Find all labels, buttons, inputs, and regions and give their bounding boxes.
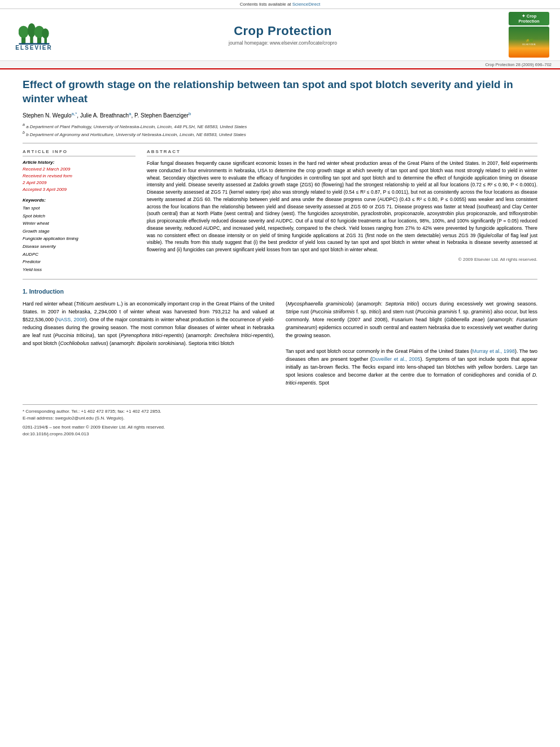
intro-col-left: Hard red winter wheat (Triticum aestivum… xyxy=(23,300,274,387)
page-footer: * Corresponding author. Tel.: +1 402 472… xyxy=(23,404,537,438)
journal-header: Contents lists available at ScienceDirec… xyxy=(0,0,560,69)
keywords-label: Keywords: xyxy=(23,198,135,203)
doi-bar: Crop Protection 28 (2009) 696–702 xyxy=(0,60,560,68)
journal-homepage: journal homepage: www.elsevier.com/locat… xyxy=(59,40,506,46)
elsevier-logo: ELSEVIER xyxy=(8,19,59,51)
info-abstract-columns: ARTICLE INFO Article history: Received 2… xyxy=(23,149,537,273)
body-divider xyxy=(23,279,537,279)
copyright: © 2009 Elsevier Ltd. All rights reserved… xyxy=(147,257,537,262)
intro-text-right: (Mycosphaerella graminicola) (anamorph: … xyxy=(286,300,537,387)
svg-point-7 xyxy=(42,28,49,38)
nass-link[interactable]: NASS, 2008 xyxy=(57,317,85,322)
keywords-list: Tan spot Spot blotch Winter wheat Growth… xyxy=(23,204,135,273)
article-info-header: ARTICLE INFO xyxy=(23,149,135,156)
abstract-col: ABSTRACT Foliar fungal diseases frequent… xyxy=(147,149,537,273)
abstract-header: ABSTRACT xyxy=(147,149,537,156)
crop-protection-label: ✦ CropProtection xyxy=(509,12,549,25)
section-number: 1. xyxy=(23,288,28,295)
elsevier-wordmark: ELSEVIER xyxy=(15,45,52,51)
footnote-email: E-mail address: swegulo2@unl.edu (S.N. W… xyxy=(23,415,537,422)
intro-title: 1. Introduction xyxy=(23,288,537,295)
affiliation-b: b b Department of Agronomy and Horticult… xyxy=(23,130,537,137)
journal-title-block: Crop Protection journal homepage: www.el… xyxy=(59,24,506,46)
sciencedirect-link[interactable]: ScienceDirect xyxy=(292,2,320,7)
intro-columns: Hard red winter wheat (Triticum aestivum… xyxy=(23,300,537,387)
svg-point-1 xyxy=(19,25,29,38)
introduction-section: 1. Introduction Hard red winter wheat (T… xyxy=(23,288,537,387)
murray-link[interactable]: Murray et al., 1998 xyxy=(473,348,515,354)
article-content: Effect of growth stage on the relationsh… xyxy=(0,69,560,396)
history-label: Article history: xyxy=(23,160,135,165)
journal-title: Crop Protection xyxy=(59,24,506,38)
top-bar: Contents lists available at ScienceDirec… xyxy=(0,0,560,9)
article-title: Effect of growth stage on the relationsh… xyxy=(23,78,537,106)
article-dates: Received 2 March 2009 Received in revise… xyxy=(23,166,135,193)
sciencedirect-text: Contents lists available at xyxy=(240,2,292,7)
journal-right-badge: ✦ CropProtection 🌾🌿 ELSEVIER xyxy=(506,12,552,58)
section-title-text: Introduction xyxy=(29,288,64,295)
article-info-col: ARTICLE INFO Article history: Received 2… xyxy=(23,149,135,273)
elsevier-tree-icon xyxy=(19,19,50,45)
footnote-corresponding: * Corresponding author. Tel.: +1 402 472… xyxy=(23,408,537,415)
crop-badge-icon: 🌾🌿 ELSEVIER xyxy=(509,27,549,58)
footnote-doi: doi:10.1016/j.cropro.2009.04.013 xyxy=(23,431,537,438)
intro-col-right: (Mycosphaerella graminicola) (anamorph: … xyxy=(286,300,537,387)
journal-main-header: ELSEVIER Crop Protection journal homepag… xyxy=(0,9,560,60)
footnote-issn: 0261-2194/$ – see front matter © 2009 El… xyxy=(23,424,537,431)
affiliation-a: a a Department of Plant Pathology, Unive… xyxy=(23,123,537,129)
article-authors: Stephen N. Weguloa,*, Julie A. Breathnac… xyxy=(23,111,537,119)
divider xyxy=(23,143,537,143)
intro-text-left: Hard red winter wheat (Triticum aestivum… xyxy=(23,300,274,348)
abstract-text: Foliar fungal diseases frequently cause … xyxy=(147,160,537,254)
duveiller-link[interactable]: Duveiller et al., 2005 xyxy=(372,356,421,362)
journal-citation: Crop Protection 28 (2009) 696–702 xyxy=(485,62,552,67)
